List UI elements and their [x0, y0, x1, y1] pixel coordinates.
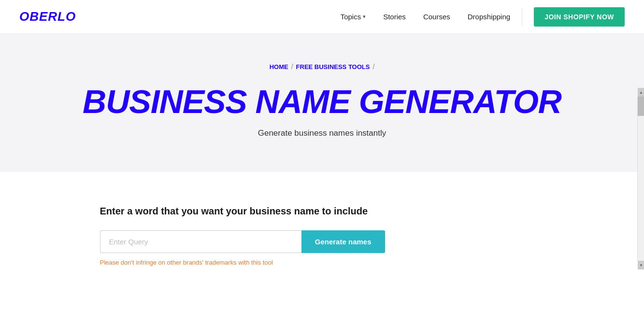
search-input[interactable] [100, 230, 301, 253]
nav-stories[interactable]: Stories [383, 13, 406, 21]
hero-section: HOME / FREE BUSINESS TOOLS / BUSINESS NA… [0, 34, 644, 172]
scrollbar-thumb[interactable] [638, 97, 644, 116]
nav-topics[interactable]: Topics ▾ [341, 13, 366, 21]
input-row: Generate names [100, 230, 385, 253]
chevron-down-icon: ▾ [363, 14, 366, 20]
navbar: OBERLO Topics ▾ Stories Courses Dropship… [0, 0, 644, 34]
breadcrumb-separator-2: / [372, 63, 374, 71]
join-shopify-button[interactable]: JOIN SHOPIFY NOW [534, 7, 625, 27]
navbar-divider [522, 8, 522, 26]
disclaimer-text: Please don't infringe on other brands' t… [100, 259, 544, 266]
breadcrumb-section-link[interactable]: FREE BUSINESS TOOLS [296, 63, 370, 71]
page-title: BUSINESS NAME GENERATOR [19, 85, 625, 118]
breadcrumb-separator-1: / [291, 63, 293, 71]
nav-dropshipping[interactable]: Dropshipping [468, 13, 510, 21]
breadcrumb: HOME / FREE BUSINESS TOOLS / [19, 63, 625, 71]
generate-names-button[interactable]: Generate names [301, 230, 385, 253]
main-content: Enter a word that you want your business… [81, 172, 564, 305]
tool-section-label: Enter a word that you want your business… [100, 206, 544, 217]
breadcrumb-home-link[interactable]: HOME [270, 63, 288, 71]
navbar-links: Topics ▾ Stories Courses Dropshipping [341, 13, 510, 21]
scrollbar-arrow-down[interactable]: ▼ [638, 261, 644, 269]
navbar-right: Topics ▾ Stories Courses Dropshipping JO… [341, 7, 625, 27]
brand-logo[interactable]: OBERLO [19, 9, 76, 24]
hero-subtitle: Generate business names instantly [19, 128, 625, 138]
scrollbar-arrow-up[interactable]: ▲ [638, 88, 644, 97]
nav-courses[interactable]: Courses [423, 13, 450, 21]
scrollbar-track: ▲ ▼ [637, 97, 644, 261]
